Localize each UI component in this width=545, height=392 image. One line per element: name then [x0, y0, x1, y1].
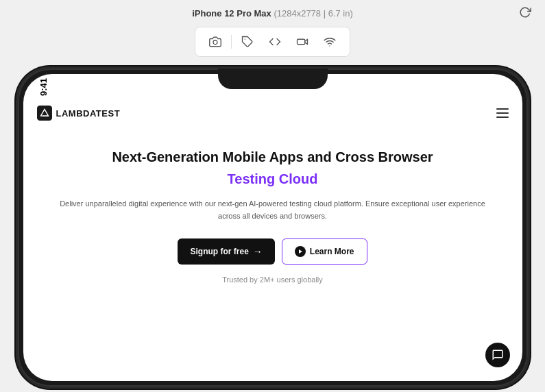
- cta-buttons: Signup for free → Learn More: [58, 238, 488, 265]
- signup-label: Signup for free: [190, 247, 248, 256]
- logo: LAMBDATEST: [37, 106, 121, 121]
- hamburger-line-3: [496, 117, 509, 118]
- device-spec: (1284x2778 | 6.7 in): [274, 8, 352, 19]
- svg-rect-2: [298, 39, 305, 45]
- device-toolbar: [195, 27, 350, 57]
- device-name: iPhone 12 Pro Max: [192, 8, 271, 19]
- code-button[interactable]: [262, 32, 288, 52]
- tag-button[interactable]: [234, 32, 261, 52]
- power-button: [529, 192, 530, 240]
- screenshot-button[interactable]: [202, 32, 228, 52]
- trusted-text: Trusted by 2M+ users globally: [58, 275, 488, 284]
- notch: [218, 69, 328, 89]
- play-icon: [295, 246, 306, 257]
- phone-nav: LAMBDATEST: [23, 99, 522, 127]
- hero-section: Next-Generation Mobile Apps and Cross Br…: [23, 127, 522, 297]
- screen-content: LAMBDATEST Next-Generation Mobile Apps a…: [23, 79, 522, 381]
- status-time: 9:41: [38, 78, 49, 96]
- hamburger-line-2: [496, 112, 509, 114]
- device-label: iPhone 12 Pro Max (1284x2778 | 6.7 in): [192, 8, 353, 19]
- lambdatest-logo-icon: [37, 106, 52, 121]
- arrow-icon: →: [253, 246, 263, 257]
- phone-frame: 9:41 LAMBDATEST: [16, 66, 530, 389]
- mute-button: [16, 151, 16, 171]
- learn-more-button[interactable]: Learn More: [282, 238, 367, 265]
- signup-button[interactable]: Signup for free →: [178, 238, 274, 265]
- top-bar: iPhone 12 Pro Max (1284x2778 | 6.7 in): [0, 0, 545, 27]
- record-button[interactable]: [289, 32, 315, 52]
- network-button[interactable]: [317, 32, 343, 52]
- phone-screen: 9:41 LAMBDATEST: [23, 74, 522, 381]
- chat-support-button[interactable]: [485, 343, 510, 367]
- hamburger-menu[interactable]: [496, 108, 509, 118]
- hero-title: Next-Generation Mobile Apps and Cross Br…: [58, 148, 488, 166]
- refresh-button[interactable]: [519, 6, 531, 21]
- hamburger-line-1: [496, 108, 509, 110]
- volume-up-button: [16, 182, 16, 216]
- volume-down-button: [16, 223, 16, 257]
- hero-subtitle: Testing Cloud: [58, 171, 488, 187]
- divider-1: [231, 35, 232, 49]
- chat-icon: [492, 349, 504, 361]
- svg-rect-4: [37, 106, 52, 121]
- logo-text: LAMBDATEST: [56, 108, 121, 119]
- learn-more-label: Learn More: [310, 247, 354, 256]
- svg-point-0: [213, 40, 217, 45]
- hero-description: Deliver unparalleled digital experience …: [58, 198, 488, 222]
